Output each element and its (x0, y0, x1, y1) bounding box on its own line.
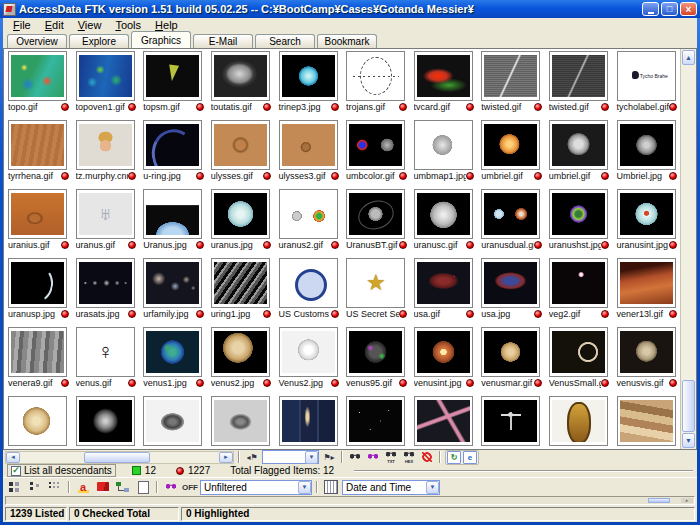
thumbnail-cell[interactable]: uranius.gif (4, 187, 72, 256)
flag-icon[interactable] (61, 103, 69, 111)
thumbnail-cell[interactable]: uranusdual.gi (477, 187, 545, 256)
thumbnail-cell[interactable]: uranus.jpg (207, 187, 275, 256)
thumbnail-cell[interactable]: umbcolor.gif (342, 118, 410, 187)
thumbnail-cell[interactable]: uranusp.jpg (4, 256, 72, 325)
thumbnail-image[interactable]: ♅ (79, 193, 132, 235)
thumbnail-frame[interactable] (414, 258, 473, 308)
tab-search[interactable]: Search (255, 34, 315, 48)
thumbnail-cell[interactable]: uranushst.jpg (545, 187, 613, 256)
thumbnail-cell[interactable]: US Customs L (274, 256, 342, 325)
thumbnail-frame[interactable] (143, 396, 202, 446)
scroll-left-button[interactable]: ◄ (6, 452, 20, 463)
thumbnail-image[interactable] (214, 262, 267, 304)
thumbnail-image[interactable] (484, 262, 537, 304)
flag-icon[interactable] (601, 241, 609, 249)
thumbnail-cell[interactable]: urfamily.jpg (139, 256, 207, 325)
previous-flagged-icon[interactable]: ◂⚑ (244, 450, 260, 464)
thumbnail-image[interactable] (214, 400, 267, 442)
thumbnail-frame[interactable] (481, 327, 540, 377)
thumbnail-cell[interactable]: twisted.gif (477, 49, 545, 118)
thumbnail-cell[interactable]: umbriel.gif (477, 118, 545, 187)
thumbnail-frame[interactable] (8, 189, 67, 239)
thumbnail-cell[interactable]: veg2.gif (545, 256, 613, 325)
thumbnail-frame[interactable] (549, 189, 608, 239)
thumbnail-cell[interactable]: uring1.jpg (207, 256, 275, 325)
thumbnail-frame[interactable] (549, 120, 608, 170)
thumbnail-frame[interactable] (76, 258, 135, 308)
flag-icon[interactable] (399, 379, 407, 387)
thumbnail-image[interactable] (79, 55, 132, 97)
flag-icon[interactable] (534, 379, 542, 387)
thumbnail-cell[interactable]: venusvis.gif (612, 325, 680, 394)
thumbnail-frame[interactable] (617, 189, 676, 239)
thumbnail-cell[interactable]: ulysses3.gif (274, 118, 342, 187)
thumbnail-frame[interactable]: ♅ (76, 189, 135, 239)
tab-bookmark[interactable]: Bookmark (317, 34, 377, 48)
thumbnail-image[interactable] (11, 55, 64, 97)
thumbnail-image[interactable]: ★ (349, 262, 402, 304)
thumbnail-image[interactable] (282, 124, 335, 166)
flag-icon[interactable] (331, 379, 339, 387)
thumbnail-image[interactable] (417, 262, 470, 304)
thumbnail-image[interactable] (417, 331, 470, 373)
thumbnail-frame[interactable] (8, 51, 67, 101)
thumbnail-cell[interactable] (410, 394, 478, 449)
thumbnail-image[interactable] (214, 124, 267, 166)
thumbnail-cell[interactable]: twisted.gif (545, 49, 613, 118)
flag-icon[interactable] (128, 172, 136, 180)
tab-explore[interactable]: Explore (69, 34, 129, 48)
flag-icon[interactable] (534, 172, 542, 180)
thumbnail-frame[interactable] (143, 258, 202, 308)
open-in-browser-icon[interactable]: e (463, 451, 477, 464)
close-button[interactable]: × (680, 2, 697, 16)
sort-combobox[interactable]: Date and Time ▼ (342, 480, 440, 495)
tab-graphics[interactable]: Graphics (131, 31, 191, 48)
thumbnail-frame[interactable] (76, 120, 135, 170)
flag-icon[interactable] (399, 172, 407, 180)
thumbnail-cell[interactable]: topo.gif (4, 49, 72, 118)
flag-icon[interactable] (466, 241, 474, 249)
flag-icon[interactable] (466, 103, 474, 111)
thumbnail-cell[interactable]: venera9.gif (4, 325, 72, 394)
thumbnail-frame[interactable] (346, 51, 405, 101)
thumbnail-cell[interactable]: Tycho Brahetycholabel.gif (612, 49, 680, 118)
thumbnail-frame[interactable] (346, 396, 405, 446)
thumbnail-frame[interactable] (481, 120, 540, 170)
large-thumbnails-icon[interactable] (6, 479, 24, 495)
thumbnail-frame[interactable] (143, 327, 202, 377)
thumbnail-cell[interactable] (4, 394, 72, 449)
flag-icon[interactable] (601, 310, 609, 318)
thumbnail-image[interactable] (484, 331, 537, 373)
flag-icon[interactable] (466, 172, 474, 180)
thumbnail-image[interactable] (214, 193, 267, 235)
thumbnail-image[interactable] (484, 400, 537, 442)
flag-icon[interactable] (263, 310, 271, 318)
thumbnail-frame[interactable] (414, 189, 473, 239)
thumbnail-image[interactable] (417, 55, 470, 97)
flag-icon[interactable] (399, 241, 407, 249)
flag-icon[interactable] (128, 103, 136, 111)
flag-icon[interactable] (466, 310, 474, 318)
thumbnail-cell[interactable] (342, 394, 410, 449)
scroll-right-button[interactable]: ► (219, 452, 233, 463)
thumbnail-image[interactable] (349, 124, 402, 166)
file-list-scroll-right-button[interactable]: ► (681, 498, 693, 503)
flag-icon[interactable] (331, 241, 339, 249)
thumbnail-image[interactable] (79, 262, 132, 304)
thumbnail-image[interactable] (349, 55, 402, 97)
next-flagged-icon[interactable]: ⚑▸ (321, 450, 337, 464)
flag-icon[interactable] (196, 241, 204, 249)
flag-icon[interactable] (331, 103, 339, 111)
flag-icon[interactable] (196, 379, 204, 387)
tab-overview[interactable]: Overview (7, 34, 67, 48)
scroll-up-button[interactable]: ▲ (682, 50, 695, 65)
thumbnail-image[interactable] (146, 400, 199, 442)
thumbnail-cell[interactable]: topoven1.gif (72, 49, 140, 118)
thumbnail-frame[interactable] (143, 120, 202, 170)
thumbnail-frame[interactable] (481, 396, 540, 446)
report-icon[interactable] (134, 479, 152, 495)
thumbnail-cell[interactable] (477, 394, 545, 449)
flag-icon[interactable] (331, 172, 339, 180)
thumbnail-frame[interactable] (8, 258, 67, 308)
flag-icon[interactable] (466, 379, 474, 387)
